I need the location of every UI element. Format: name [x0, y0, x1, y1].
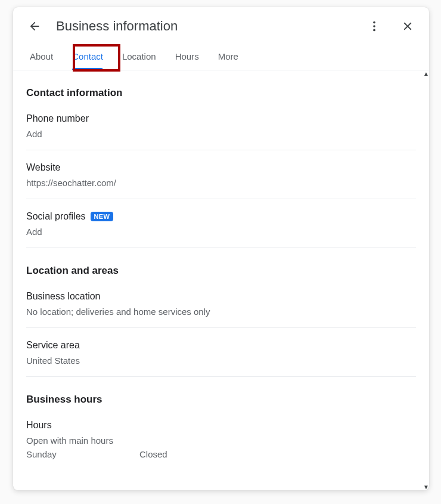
more-vert-icon — [368, 20, 381, 33]
svg-point-0 — [373, 21, 375, 24]
dialog-content[interactable]: ▲ Contact information Phone number Add W… — [13, 70, 429, 490]
tab-about[interactable]: About — [20, 43, 63, 70]
field-business-location[interactable]: Business location No location; deliverie… — [26, 289, 416, 328]
svg-point-1 — [373, 25, 375, 27]
arrow-back-icon — [28, 20, 41, 33]
field-label: Hours — [26, 420, 416, 431]
social-profiles-label: Social profiles — [26, 211, 86, 222]
field-value: United States — [26, 355, 416, 366]
field-phone-number[interactable]: Phone number Add — [26, 111, 416, 150]
business-info-dialog: Business information About Contact Locat… — [13, 7, 429, 490]
svg-point-2 — [373, 29, 375, 32]
dialog-header: Business information — [13, 7, 429, 43]
close-icon — [401, 20, 414, 33]
field-website[interactable]: Website https://seochatter.com/ — [26, 160, 416, 199]
field-value: https://seochatter.com/ — [26, 178, 416, 188]
field-label: Service area — [26, 340, 416, 351]
section-location-areas-heading: Location and areas — [26, 265, 416, 277]
field-value: Open with main hours — [26, 435, 416, 446]
hours-status: Closed — [139, 449, 416, 459]
section-business-hours-heading: Business hours — [26, 394, 416, 406]
field-label: Social profiles NEW — [26, 211, 416, 222]
tab-more[interactable]: More — [209, 43, 248, 70]
field-label: Business location — [26, 291, 416, 302]
field-service-area[interactable]: Service area United States — [26, 338, 416, 377]
new-badge: NEW — [91, 212, 114, 221]
scroll-up-arrow[interactable]: ▲ — [423, 70, 429, 77]
dialog-title: Business information — [56, 18, 353, 34]
hours-day: Sunday — [26, 449, 139, 459]
field-hours[interactable]: Hours Open with main hours Sunday Closed — [26, 418, 416, 463]
back-button[interactable] — [23, 14, 46, 38]
field-label: Phone number — [26, 113, 416, 124]
more-options-button[interactable] — [362, 14, 386, 38]
field-label: Website — [26, 162, 416, 173]
tab-location[interactable]: Location — [113, 43, 166, 70]
hours-schedule: Sunday Closed — [26, 449, 416, 459]
tab-hours[interactable]: Hours — [166, 43, 209, 70]
field-value: Add — [26, 129, 416, 139]
close-button[interactable] — [396, 14, 420, 38]
tabs-bar: About Contact Location Hours More — [13, 43, 429, 70]
field-value: Add — [26, 227, 416, 237]
field-value: No location; deliveries and home service… — [26, 307, 416, 317]
tab-contact[interactable]: Contact — [63, 43, 113, 70]
section-contact-info-heading: Contact information — [26, 87, 416, 99]
field-social-profiles[interactable]: Social profiles NEW Add — [26, 209, 416, 248]
